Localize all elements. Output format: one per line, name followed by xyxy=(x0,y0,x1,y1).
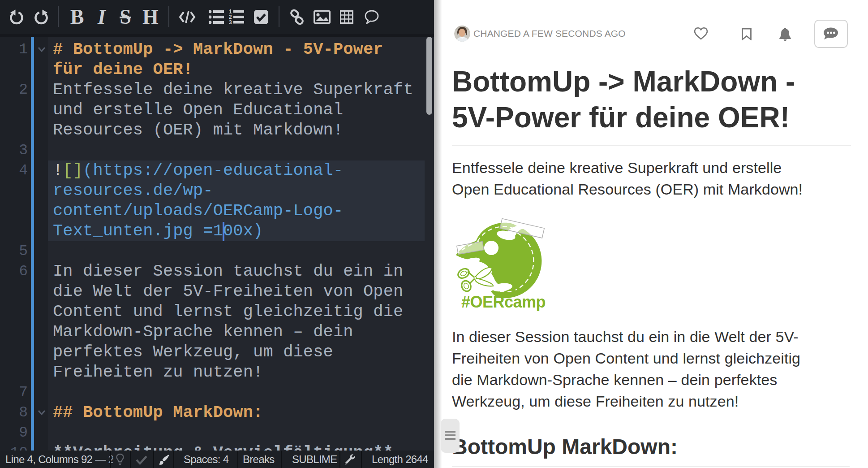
svg-text:3: 3 xyxy=(229,19,232,25)
